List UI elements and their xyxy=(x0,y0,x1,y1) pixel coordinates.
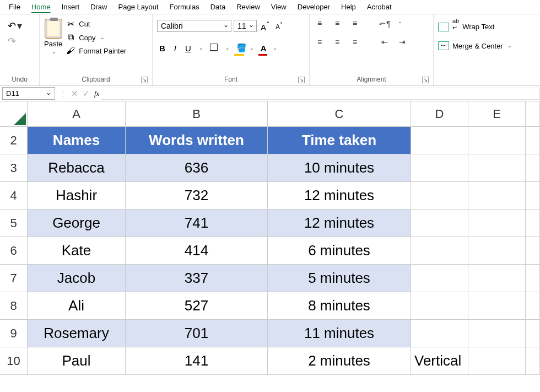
col-header-B[interactable]: B xyxy=(126,101,268,127)
copy-button[interactable]: ⧉Copy⌄ xyxy=(66,33,126,42)
row-header-2[interactable]: 2 xyxy=(0,127,28,154)
col-header-A[interactable]: A xyxy=(28,101,126,127)
dialog-launcher-icon[interactable]: ↘ xyxy=(141,77,148,83)
row-header-4[interactable]: 4 xyxy=(0,182,28,210)
cell-C8[interactable]: 8 minutes xyxy=(268,292,411,320)
cell-E3[interactable] xyxy=(468,154,526,182)
italic-button[interactable]: I xyxy=(172,42,179,54)
cell-B5[interactable]: 741 xyxy=(126,210,268,237)
cell-C2[interactable]: Time taken xyxy=(268,127,411,154)
row-header-9[interactable]: 9 xyxy=(0,320,28,347)
menu-insert[interactable]: Insert xyxy=(56,1,85,13)
wrap-text-button[interactable]: ab↵Wrap Text xyxy=(438,20,494,34)
cell-C9[interactable]: 11 minutes xyxy=(268,320,411,347)
select-all-corner[interactable] xyxy=(0,101,28,127)
cell-A5[interactable]: George xyxy=(28,210,126,237)
font-color-button[interactable]: A xyxy=(258,42,267,54)
cell-A2[interactable]: Names xyxy=(28,127,126,154)
menu-draw[interactable]: Draw xyxy=(85,1,112,13)
cell-E4[interactable] xyxy=(468,182,526,210)
cell-B7[interactable]: 337 xyxy=(126,265,268,292)
name-box[interactable]: D11 xyxy=(2,87,55,100)
chevron-down-icon[interactable]: ▾ xyxy=(17,20,22,31)
cell-E6[interactable] xyxy=(468,237,526,265)
cell-A7[interactable]: Jacob xyxy=(28,265,126,292)
menu-review[interactable]: Review xyxy=(231,1,266,13)
undo-button[interactable]: ↶▾ xyxy=(8,20,22,32)
cell-D6[interactable] xyxy=(411,237,468,265)
cell-blank7[interactable] xyxy=(526,265,540,292)
col-header-E[interactable]: E xyxy=(468,101,526,127)
cell-D5[interactable] xyxy=(411,210,468,237)
cell-E2[interactable] xyxy=(468,127,526,154)
row-header-6[interactable]: 6 xyxy=(0,237,28,265)
cell-D4[interactable] xyxy=(411,182,468,210)
cell-C3[interactable]: 10 minutes xyxy=(268,154,411,182)
menu-pagelayout[interactable]: Page Layout xyxy=(113,1,164,13)
cell-A8[interactable]: Ali xyxy=(28,292,126,320)
col-header-D[interactable]: D xyxy=(411,101,468,127)
cell-blank10[interactable] xyxy=(526,347,540,375)
align-left-button[interactable]: ≡ xyxy=(314,37,325,46)
chevron-down-icon[interactable]: ⌄ xyxy=(250,45,254,51)
cell-B6[interactable]: 414 xyxy=(126,237,268,265)
cell-blank9[interactable] xyxy=(526,320,540,347)
row-header-8[interactable]: 8 xyxy=(0,292,28,320)
merge-center-button[interactable]: Merge & Center⌄ xyxy=(438,41,512,50)
borders-button[interactable] xyxy=(208,42,220,54)
bold-button[interactable]: B xyxy=(157,42,168,54)
cell-C6[interactable]: 6 minutes xyxy=(268,237,411,265)
cell-D2[interactable] xyxy=(411,127,468,154)
chevron-down-icon[interactable]: ⌄ xyxy=(52,49,56,55)
menu-file[interactable]: File xyxy=(3,1,26,13)
menu-home[interactable]: Home xyxy=(26,1,56,13)
format-painter-button[interactable]: 🖌Format Painter xyxy=(66,46,126,56)
confirm-formula-button[interactable]: ✓ xyxy=(80,89,92,99)
menu-data[interactable]: Data xyxy=(205,1,231,13)
row-header-10[interactable]: 10 xyxy=(0,347,28,375)
cell-blank2[interactable] xyxy=(526,127,540,154)
orientation-button[interactable]: ⤺¶ xyxy=(379,19,390,29)
cell-B9[interactable]: 701 xyxy=(126,320,268,347)
menu-developer[interactable]: Developer xyxy=(292,1,336,13)
cell-E10[interactable] xyxy=(468,347,526,375)
formula-input[interactable] xyxy=(101,88,540,100)
cell-C5[interactable]: 12 minutes xyxy=(268,210,411,237)
paste-button[interactable]: Paste ⌄ xyxy=(44,17,62,55)
font-size-select[interactable]: 11 xyxy=(234,20,257,32)
cell-D9[interactable] xyxy=(411,320,468,347)
cell-blank4[interactable] xyxy=(526,182,540,210)
align-center-button[interactable]: ≡ xyxy=(332,37,343,46)
col-header-blank[interactable] xyxy=(526,101,540,127)
cell-blank8[interactable] xyxy=(526,292,540,320)
cell-D10[interactable]: Vertical xyxy=(411,347,468,375)
fx-icon[interactable]: fx xyxy=(92,89,101,98)
row-header-7[interactable]: 7 xyxy=(0,265,28,292)
cell-C10[interactable]: 2 minutes xyxy=(268,347,411,375)
row-header-5[interactable]: 5 xyxy=(0,210,28,237)
cell-B4[interactable]: 732 xyxy=(126,182,268,210)
menu-view[interactable]: View xyxy=(266,1,292,13)
cell-B8[interactable]: 527 xyxy=(126,292,268,320)
font-name-select[interactable]: Calibri xyxy=(157,20,231,32)
chevron-down-icon[interactable]: ⌄ xyxy=(507,43,512,49)
chevron-down-icon[interactable]: ⌄ xyxy=(199,45,203,51)
align-right-button[interactable]: ≡ xyxy=(349,37,360,46)
cell-E5[interactable] xyxy=(468,210,526,237)
cell-E7[interactable] xyxy=(468,265,526,292)
chevron-down-icon[interactable]: ⌄ xyxy=(273,45,277,51)
cell-A4[interactable]: Hashir xyxy=(28,182,126,210)
cut-button[interactable]: ✂Cut xyxy=(66,19,126,29)
cell-A3[interactable]: Rebacca xyxy=(28,154,126,182)
underline-button[interactable]: U xyxy=(183,42,193,54)
menu-help[interactable]: Help xyxy=(336,1,361,13)
increase-indent-button[interactable]: ⇥ xyxy=(397,37,408,46)
cell-B2[interactable]: Words written xyxy=(126,127,268,154)
chevron-down-icon[interactable]: ⌄ xyxy=(225,45,230,51)
cell-A9[interactable]: Rosemary xyxy=(28,320,126,347)
cell-blank5[interactable] xyxy=(526,210,540,237)
fill-color-button[interactable]: 🪣 xyxy=(234,42,244,54)
align-bottom-button[interactable]: ≡ xyxy=(349,19,360,29)
cell-A6[interactable]: Kate xyxy=(28,237,126,265)
cell-E9[interactable] xyxy=(468,320,526,347)
